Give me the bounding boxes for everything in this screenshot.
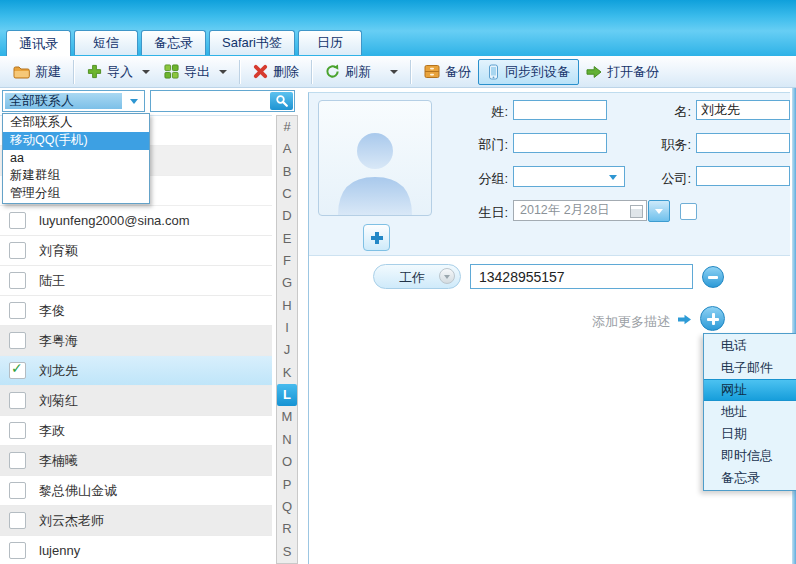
menu-item-date[interactable]: 日期 [704,423,796,445]
index-letter[interactable]: G [277,272,297,294]
contact-checkbox[interactable] [9,482,26,499]
contact-row[interactable]: 刘育颖 [0,236,272,266]
contact-row[interactable]: luyunfeng2000@sina.com [0,206,272,236]
phone-type-button[interactable]: 工作 [373,264,461,289]
menu-item-im[interactable]: 即时信息 [704,445,796,467]
contact-row[interactable]: lujenny [0,536,272,564]
first-name-label: 名: [631,103,691,121]
tab-memos[interactable]: 备忘录 [141,30,206,55]
contact-checkbox[interactable] [9,302,26,319]
index-letter[interactable]: A [277,138,297,160]
sync-to-device-button[interactable]: 同步到设备 [478,59,579,85]
group-option[interactable]: aa [3,150,149,168]
birthday-checkbox[interactable] [680,203,697,220]
import-button[interactable]: 导入 [80,60,157,84]
chevron-down-icon[interactable] [130,99,138,104]
delete-button[interactable]: 删除 [246,60,306,84]
index-letter[interactable]: M [277,406,297,428]
contact-checkbox[interactable] [9,212,26,229]
index-letter[interactable]: O [277,451,297,473]
contact-row[interactable]: 李政 [0,416,272,446]
tab-calendar[interactable]: 日历 [298,30,362,55]
menu-item-email[interactable]: 电子邮件 [704,357,796,379]
import-dropdown-caret[interactable] [142,70,150,74]
last-name-field[interactable] [513,100,607,120]
index-letter-active[interactable]: L [277,384,297,406]
contact-name: 黎总佛山金诚 [39,482,117,500]
new-button[interactable]: 新建 [6,60,68,84]
first-name-field[interactable] [696,100,790,120]
group-option[interactable]: 新建群组 [3,167,149,185]
group-select[interactable] [513,166,625,187]
index-letter[interactable]: B [277,161,297,183]
contact-checkbox[interactable] [9,452,26,469]
index-letter[interactable]: F [277,250,297,272]
index-letter[interactable]: Q [277,496,297,518]
contact-row[interactable]: 李粤海 [0,326,272,356]
menu-item-phone[interactable]: 电话 [704,335,796,357]
menu-item-address[interactable]: 地址 [704,401,796,423]
group-option[interactable]: 管理分组 [3,185,149,203]
menu-item-url-highlighted[interactable]: 网址 [704,379,796,401]
add-field-button[interactable] [700,306,725,331]
index-letter[interactable]: R [277,518,297,540]
contact-name: 刘云杰老师 [39,512,104,530]
phone-type-chevron-icon[interactable] [439,268,455,284]
contact-checkbox[interactable] [9,272,26,289]
index-letter[interactable]: K [277,362,297,384]
index-letter[interactable]: H [277,295,297,317]
group-option-highlighted[interactable]: 移动QQ(手机) [3,132,149,150]
contact-row-selected[interactable]: 刘龙先 [0,356,272,386]
tab-safari-bookmarks[interactable]: Safari书签 [209,30,295,55]
job-title-label: 职务: [631,136,691,154]
department-field[interactable] [513,133,607,153]
minus-icon [708,276,718,279]
phone-number-field[interactable] [470,264,693,289]
menu-item-memo[interactable]: 备忘录 [704,467,796,489]
index-letter[interactable]: C [277,183,297,205]
contact-row[interactable]: 黎总佛山金诚 [0,476,272,506]
index-letter[interactable]: S [277,541,297,563]
contact-checkbox[interactable] [9,422,26,439]
index-letter[interactable]: D [277,205,297,227]
company-field[interactable] [696,166,790,186]
contact-checkbox[interactable] [9,512,26,529]
group-option[interactable]: 全部联系人 [3,114,149,132]
refresh-dropdown-caret[interactable] [390,70,398,74]
export-dropdown-caret[interactable] [219,70,227,74]
search-button[interactable] [270,92,293,110]
alphabet-index-strip: # A B C D E F G H I J K L M N O P Q R S [276,115,298,564]
index-letter[interactable]: I [277,317,297,339]
add-photo-button[interactable] [363,224,390,251]
contact-checkbox[interactable] [9,392,26,409]
add-more-description-label: 添加更多描述 [555,313,670,331]
job-title-field[interactable] [696,133,790,153]
index-letter[interactable]: J [277,339,297,361]
remove-phone-button[interactable] [702,266,724,288]
contact-row[interactable]: 李俊 [0,296,272,326]
contact-photo-placeholder[interactable] [318,100,432,216]
birthday-date-field[interactable]: 2012年 2月28日 [513,200,647,221]
backup-button[interactable]: 备份 [417,60,478,84]
index-letter[interactable]: E [277,228,297,250]
contact-checkbox[interactable] [9,332,26,349]
contact-checkbox[interactable] [9,242,26,259]
open-backup-button[interactable]: 打开备份 [579,60,666,84]
index-letter[interactable]: N [277,429,297,451]
index-letter[interactable]: P [277,474,297,496]
refresh-button[interactable]: 刷新 [318,60,405,84]
search-input[interactable] [153,93,269,111]
contact-checkbox-checked[interactable] [9,362,26,379]
tab-contacts[interactable]: 通讯录 [6,30,71,56]
export-button[interactable]: 导出 [157,60,234,84]
tab-sms[interactable]: 短信 [74,30,138,55]
birthday-dropdown-button[interactable] [648,200,670,222]
contact-checkbox[interactable] [9,542,26,559]
contact-row[interactable]: 刘菊红 [0,386,272,416]
index-letter[interactable]: # [277,116,297,138]
contact-row[interactable]: 陆王 [0,266,272,296]
contact-row[interactable]: 刘云杰老师 [0,506,272,536]
contact-row[interactable]: 李楠曦 [0,446,272,476]
chevron-down-icon [609,175,617,180]
group-filter-combobox[interactable]: 全部联系人 [2,90,145,112]
